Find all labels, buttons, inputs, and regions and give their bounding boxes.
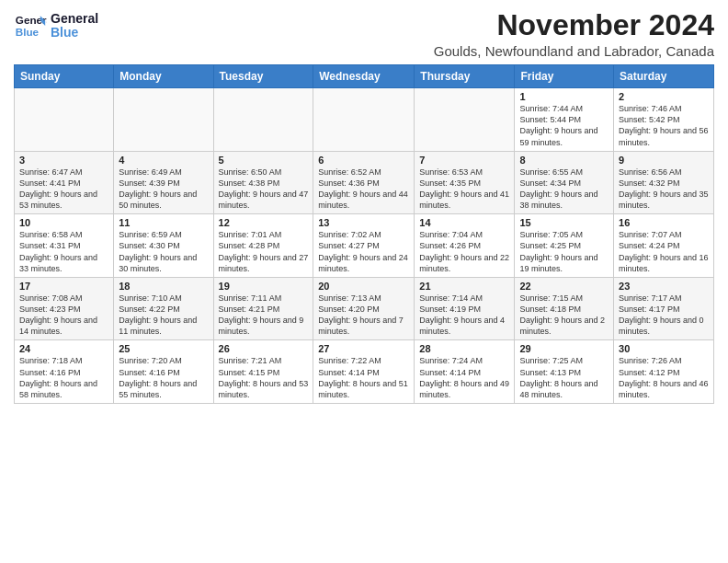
- calendar-cell: 15Sunrise: 7:05 AM Sunset: 4:25 PM Dayli…: [515, 214, 614, 278]
- header-day-monday: Monday: [114, 65, 213, 88]
- day-number: 28: [419, 343, 509, 354]
- day-number: 13: [318, 217, 409, 228]
- day-number: 29: [519, 343, 609, 354]
- day-number: 14: [419, 217, 509, 228]
- calendar-cell: 18Sunrise: 7:10 AM Sunset: 4:22 PM Dayli…: [114, 277, 213, 340]
- week-row-2: 10Sunrise: 6:58 AM Sunset: 4:31 PM Dayli…: [15, 214, 714, 278]
- calendar-cell: 20Sunrise: 7:13 AM Sunset: 4:20 PM Dayli…: [313, 277, 415, 340]
- day-number: 21: [419, 281, 509, 292]
- calendar-cell: 6Sunrise: 6:52 AM Sunset: 4:36 PM Daylig…: [313, 151, 415, 214]
- day-number: 9: [619, 155, 709, 166]
- calendar-cell: [313, 88, 415, 152]
- day-number: 12: [219, 217, 309, 228]
- calendar-header-row: SundayMondayTuesdayWednesdayThursdayFrid…: [15, 65, 714, 88]
- calendar-cell: 8Sunrise: 6:55 AM Sunset: 4:34 PM Daylig…: [515, 151, 614, 214]
- logo-icon: General Blue: [14, 9, 47, 42]
- calendar-cell: [15, 88, 114, 152]
- header-day-wednesday: Wednesday: [313, 65, 415, 88]
- calendar-cell: 5Sunrise: 6:50 AM Sunset: 4:38 PM Daylig…: [213, 151, 313, 214]
- calendar: SundayMondayTuesdayWednesdayThursdayFrid…: [14, 64, 714, 404]
- header-day-friday: Friday: [515, 65, 614, 88]
- day-info: Sunrise: 7:04 AM Sunset: 4:26 PM Dayligh…: [419, 229, 509, 274]
- header-day-thursday: Thursday: [415, 65, 515, 88]
- day-info: Sunrise: 7:10 AM Sunset: 4:22 PM Dayligh…: [119, 293, 208, 338]
- day-info: Sunrise: 7:13 AM Sunset: 4:20 PM Dayligh…: [318, 293, 409, 338]
- day-number: 17: [19, 281, 108, 292]
- day-info: Sunrise: 7:08 AM Sunset: 4:23 PM Dayligh…: [19, 293, 108, 338]
- day-info: Sunrise: 6:49 AM Sunset: 4:39 PM Dayligh…: [119, 167, 208, 212]
- header-day-tuesday: Tuesday: [213, 65, 313, 88]
- day-number: 27: [318, 343, 409, 354]
- logo-general: General: [51, 12, 98, 26]
- day-number: 22: [519, 281, 609, 292]
- day-info: Sunrise: 7:26 AM Sunset: 4:12 PM Dayligh…: [619, 355, 709, 400]
- day-number: 10: [19, 217, 108, 228]
- calendar-cell: 7Sunrise: 6:53 AM Sunset: 4:35 PM Daylig…: [415, 151, 515, 214]
- calendar-cell: 26Sunrise: 7:21 AM Sunset: 4:15 PM Dayli…: [213, 340, 313, 404]
- calendar-cell: 3Sunrise: 6:47 AM Sunset: 4:41 PM Daylig…: [15, 151, 114, 214]
- calendar-cell: [114, 88, 213, 152]
- day-info: Sunrise: 6:55 AM Sunset: 4:34 PM Dayligh…: [519, 167, 609, 212]
- day-info: Sunrise: 7:44 AM Sunset: 5:44 PM Dayligh…: [519, 103, 609, 148]
- day-info: Sunrise: 7:17 AM Sunset: 4:17 PM Dayligh…: [619, 293, 709, 338]
- calendar-cell: 27Sunrise: 7:22 AM Sunset: 4:14 PM Dayli…: [313, 340, 415, 404]
- calendar-cell: 16Sunrise: 7:07 AM Sunset: 4:24 PM Dayli…: [614, 214, 714, 278]
- day-number: 8: [519, 155, 609, 166]
- day-info: Sunrise: 7:24 AM Sunset: 4:14 PM Dayligh…: [419, 355, 509, 400]
- day-number: 18: [119, 281, 208, 292]
- week-row-4: 24Sunrise: 7:18 AM Sunset: 4:16 PM Dayli…: [15, 340, 714, 404]
- header-day-saturday: Saturday: [614, 65, 714, 88]
- day-info: Sunrise: 7:07 AM Sunset: 4:24 PM Dayligh…: [619, 229, 709, 274]
- day-info: Sunrise: 6:47 AM Sunset: 4:41 PM Dayligh…: [19, 167, 108, 212]
- day-info: Sunrise: 7:18 AM Sunset: 4:16 PM Dayligh…: [19, 355, 108, 400]
- calendar-cell: [213, 88, 313, 152]
- subtitle: Goulds, Newfoundland and Labrador, Canad…: [434, 43, 714, 59]
- day-number: 26: [219, 343, 309, 354]
- week-row-3: 17Sunrise: 7:08 AM Sunset: 4:23 PM Dayli…: [15, 277, 714, 340]
- calendar-cell: 30Sunrise: 7:26 AM Sunset: 4:12 PM Dayli…: [614, 340, 714, 404]
- day-info: Sunrise: 7:15 AM Sunset: 4:18 PM Dayligh…: [519, 293, 609, 338]
- day-info: Sunrise: 6:58 AM Sunset: 4:31 PM Dayligh…: [19, 229, 108, 274]
- day-info: Sunrise: 6:59 AM Sunset: 4:30 PM Dayligh…: [119, 229, 208, 274]
- week-row-0: 1Sunrise: 7:44 AM Sunset: 5:44 PM Daylig…: [15, 88, 714, 152]
- week-row-1: 3Sunrise: 6:47 AM Sunset: 4:41 PM Daylig…: [15, 151, 714, 214]
- day-number: 30: [619, 343, 709, 354]
- day-number: 15: [519, 217, 609, 228]
- calendar-cell: [415, 88, 515, 152]
- main-title: November 2024: [434, 9, 714, 41]
- day-number: 23: [619, 281, 709, 292]
- calendar-cell: 22Sunrise: 7:15 AM Sunset: 4:18 PM Dayli…: [515, 277, 614, 340]
- day-info: Sunrise: 7:46 AM Sunset: 5:42 PM Dayligh…: [619, 103, 709, 148]
- logo-blue: Blue: [51, 26, 98, 40]
- calendar-cell: 19Sunrise: 7:11 AM Sunset: 4:21 PM Dayli…: [213, 277, 313, 340]
- calendar-cell: 1Sunrise: 7:44 AM Sunset: 5:44 PM Daylig…: [515, 88, 614, 152]
- day-info: Sunrise: 7:21 AM Sunset: 4:15 PM Dayligh…: [219, 355, 309, 400]
- calendar-cell: 11Sunrise: 6:59 AM Sunset: 4:30 PM Dayli…: [114, 214, 213, 278]
- day-number: 5: [219, 155, 309, 166]
- calendar-cell: 29Sunrise: 7:25 AM Sunset: 4:13 PM Dayli…: [515, 340, 614, 404]
- calendar-cell: 13Sunrise: 7:02 AM Sunset: 4:27 PM Dayli…: [313, 214, 415, 278]
- calendar-cell: 4Sunrise: 6:49 AM Sunset: 4:39 PM Daylig…: [114, 151, 213, 214]
- day-info: Sunrise: 6:56 AM Sunset: 4:32 PM Dayligh…: [619, 167, 709, 212]
- day-number: 1: [519, 91, 609, 102]
- day-info: Sunrise: 7:22 AM Sunset: 4:14 PM Dayligh…: [318, 355, 409, 400]
- page: General Blue General Blue November 2024 …: [0, 0, 728, 563]
- day-number: 3: [19, 155, 108, 166]
- day-number: 19: [219, 281, 309, 292]
- calendar-cell: 2Sunrise: 7:46 AM Sunset: 5:42 PM Daylig…: [614, 88, 714, 152]
- day-number: 11: [119, 217, 208, 228]
- day-number: 4: [119, 155, 208, 166]
- svg-text:Blue: Blue: [16, 26, 40, 38]
- calendar-cell: 21Sunrise: 7:14 AM Sunset: 4:19 PM Dayli…: [415, 277, 515, 340]
- day-number: 7: [419, 155, 509, 166]
- title-block: November 2024 Goulds, Newfoundland and L…: [434, 9, 714, 59]
- day-number: 20: [318, 281, 409, 292]
- day-number: 2: [619, 91, 709, 102]
- calendar-cell: 12Sunrise: 7:01 AM Sunset: 4:28 PM Dayli…: [213, 214, 313, 278]
- day-info: Sunrise: 7:01 AM Sunset: 4:28 PM Dayligh…: [219, 229, 309, 274]
- day-info: Sunrise: 6:53 AM Sunset: 4:35 PM Dayligh…: [419, 167, 509, 212]
- calendar-cell: 17Sunrise: 7:08 AM Sunset: 4:23 PM Dayli…: [15, 277, 114, 340]
- day-info: Sunrise: 7:05 AM Sunset: 4:25 PM Dayligh…: [519, 229, 609, 274]
- header-day-sunday: Sunday: [15, 65, 114, 88]
- calendar-cell: 14Sunrise: 7:04 AM Sunset: 4:26 PM Dayli…: [415, 214, 515, 278]
